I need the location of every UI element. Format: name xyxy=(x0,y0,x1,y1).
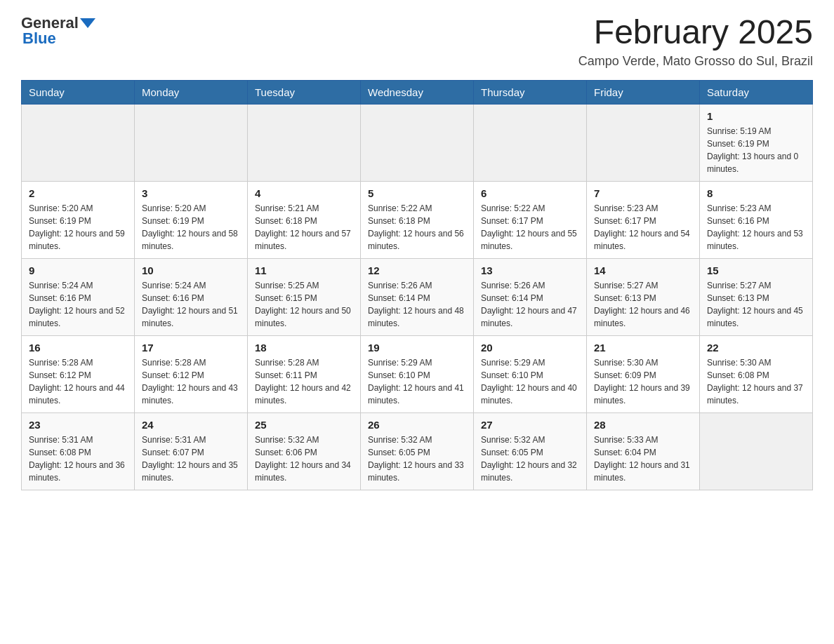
day-number: 19 xyxy=(368,342,466,354)
day-number: 20 xyxy=(481,342,579,354)
day-info: Sunrise: 5:28 AMSunset: 6:12 PMDaylight:… xyxy=(142,356,240,407)
calendar-cell: 3Sunrise: 5:20 AMSunset: 6:19 PMDaylight… xyxy=(135,181,248,258)
calendar-header-friday: Friday xyxy=(587,80,700,104)
calendar-cell: 24Sunrise: 5:31 AMSunset: 6:07 PMDayligh… xyxy=(135,412,248,490)
day-info: Sunrise: 5:21 AMSunset: 6:18 PMDaylight:… xyxy=(255,202,353,253)
calendar-cell: 23Sunrise: 5:31 AMSunset: 6:08 PMDayligh… xyxy=(22,412,135,490)
day-info: Sunrise: 5:30 AMSunset: 6:09 PMDaylight:… xyxy=(594,356,692,407)
calendar-week-row: 2Sunrise: 5:20 AMSunset: 6:19 PMDaylight… xyxy=(22,181,813,258)
day-number: 11 xyxy=(255,264,353,276)
header: General Blue February 2025 Campo Verde, … xyxy=(21,14,813,69)
day-number: 5 xyxy=(368,187,466,199)
calendar-cell: 18Sunrise: 5:28 AMSunset: 6:11 PMDayligh… xyxy=(248,335,361,412)
day-info: Sunrise: 5:20 AMSunset: 6:19 PMDaylight:… xyxy=(142,202,240,253)
day-info: Sunrise: 5:29 AMSunset: 6:10 PMDaylight:… xyxy=(481,356,579,407)
logo-text-blue: Blue xyxy=(21,29,56,48)
day-info: Sunrise: 5:25 AMSunset: 6:15 PMDaylight:… xyxy=(255,279,353,330)
calendar-cell xyxy=(361,104,474,181)
calendar-cell: 1Sunrise: 5:19 AMSunset: 6:19 PMDaylight… xyxy=(700,104,813,181)
day-number: 9 xyxy=(29,264,127,276)
day-info: Sunrise: 5:31 AMSunset: 6:07 PMDaylight:… xyxy=(142,434,240,484)
day-number: 14 xyxy=(594,264,692,276)
calendar-header-wednesday: Wednesday xyxy=(361,80,474,104)
calendar-header-monday: Monday xyxy=(135,80,248,104)
day-number: 21 xyxy=(594,342,692,354)
day-info: Sunrise: 5:24 AMSunset: 6:16 PMDaylight:… xyxy=(29,279,127,330)
day-number: 15 xyxy=(707,264,805,276)
day-info: Sunrise: 5:28 AMSunset: 6:11 PMDaylight:… xyxy=(255,356,353,407)
calendar-cell: 15Sunrise: 5:27 AMSunset: 6:13 PMDayligh… xyxy=(700,258,813,335)
calendar-cell xyxy=(587,104,700,181)
day-number: 25 xyxy=(255,419,353,431)
day-info: Sunrise: 5:23 AMSunset: 6:16 PMDaylight:… xyxy=(707,202,805,253)
day-info: Sunrise: 5:26 AMSunset: 6:14 PMDaylight:… xyxy=(368,279,466,330)
calendar-header-thursday: Thursday xyxy=(474,80,587,104)
calendar-cell: 16Sunrise: 5:28 AMSunset: 6:12 PMDayligh… xyxy=(22,335,135,412)
calendar-header-sunday: Sunday xyxy=(22,80,135,104)
calendar-cell xyxy=(22,104,135,181)
calendar-cell: 10Sunrise: 5:24 AMSunset: 6:16 PMDayligh… xyxy=(135,258,248,335)
day-number: 6 xyxy=(481,187,579,199)
day-info: Sunrise: 5:31 AMSunset: 6:08 PMDaylight:… xyxy=(29,434,127,484)
day-info: Sunrise: 5:20 AMSunset: 6:19 PMDaylight:… xyxy=(29,202,127,253)
calendar-cell: 27Sunrise: 5:32 AMSunset: 6:05 PMDayligh… xyxy=(474,412,587,490)
day-info: Sunrise: 5:32 AMSunset: 6:05 PMDaylight:… xyxy=(481,434,579,484)
calendar-cell: 8Sunrise: 5:23 AMSunset: 6:16 PMDaylight… xyxy=(700,181,813,258)
day-number: 13 xyxy=(481,264,579,276)
day-number: 18 xyxy=(255,342,353,354)
calendar-header-saturday: Saturday xyxy=(700,80,813,104)
day-info: Sunrise: 5:24 AMSunset: 6:16 PMDaylight:… xyxy=(142,279,240,330)
day-info: Sunrise: 5:33 AMSunset: 6:04 PMDaylight:… xyxy=(594,434,692,484)
calendar-cell: 13Sunrise: 5:26 AMSunset: 6:14 PMDayligh… xyxy=(474,258,587,335)
day-number: 16 xyxy=(29,342,127,354)
calendar-cell: 5Sunrise: 5:22 AMSunset: 6:18 PMDaylight… xyxy=(361,181,474,258)
day-info: Sunrise: 5:22 AMSunset: 6:18 PMDaylight:… xyxy=(368,202,466,253)
day-info: Sunrise: 5:32 AMSunset: 6:06 PMDaylight:… xyxy=(255,434,353,484)
calendar-cell: 4Sunrise: 5:21 AMSunset: 6:18 PMDaylight… xyxy=(248,181,361,258)
day-number: 1 xyxy=(707,110,805,122)
day-info: Sunrise: 5:28 AMSunset: 6:12 PMDaylight:… xyxy=(29,356,127,407)
calendar-cell xyxy=(135,104,248,181)
day-number: 7 xyxy=(594,187,692,199)
calendar-cell: 7Sunrise: 5:23 AMSunset: 6:17 PMDaylight… xyxy=(587,181,700,258)
calendar-cell xyxy=(248,104,361,181)
day-info: Sunrise: 5:29 AMSunset: 6:10 PMDaylight:… xyxy=(368,356,466,407)
logo: General Blue xyxy=(21,14,95,48)
day-number: 24 xyxy=(142,419,240,431)
calendar-cell: 25Sunrise: 5:32 AMSunset: 6:06 PMDayligh… xyxy=(248,412,361,490)
day-number: 12 xyxy=(368,264,466,276)
calendar-cell xyxy=(474,104,587,181)
calendar-header-tuesday: Tuesday xyxy=(248,80,361,104)
calendar-cell: 14Sunrise: 5:27 AMSunset: 6:13 PMDayligh… xyxy=(587,258,700,335)
calendar-cell: 6Sunrise: 5:22 AMSunset: 6:17 PMDaylight… xyxy=(474,181,587,258)
day-info: Sunrise: 5:22 AMSunset: 6:17 PMDaylight:… xyxy=(481,202,579,253)
calendar-header-row: SundayMondayTuesdayWednesdayThursdayFrid… xyxy=(22,80,813,104)
day-info: Sunrise: 5:27 AMSunset: 6:13 PMDaylight:… xyxy=(707,279,805,330)
calendar-cell: 22Sunrise: 5:30 AMSunset: 6:08 PMDayligh… xyxy=(700,335,813,412)
day-number: 28 xyxy=(594,419,692,431)
calendar-week-row: 9Sunrise: 5:24 AMSunset: 6:16 PMDaylight… xyxy=(22,258,813,335)
calendar-table: SundayMondayTuesdayWednesdayThursdayFrid… xyxy=(21,80,813,490)
calendar-week-row: 23Sunrise: 5:31 AMSunset: 6:08 PMDayligh… xyxy=(22,412,813,490)
day-number: 27 xyxy=(481,419,579,431)
calendar-cell: 2Sunrise: 5:20 AMSunset: 6:19 PMDaylight… xyxy=(22,181,135,258)
day-info: Sunrise: 5:32 AMSunset: 6:05 PMDaylight:… xyxy=(368,434,466,484)
calendar-week-row: 16Sunrise: 5:28 AMSunset: 6:12 PMDayligh… xyxy=(22,335,813,412)
day-info: Sunrise: 5:23 AMSunset: 6:17 PMDaylight:… xyxy=(594,202,692,253)
calendar-cell: 20Sunrise: 5:29 AMSunset: 6:10 PMDayligh… xyxy=(474,335,587,412)
calendar-cell: 9Sunrise: 5:24 AMSunset: 6:16 PMDaylight… xyxy=(22,258,135,335)
calendar-cell: 21Sunrise: 5:30 AMSunset: 6:09 PMDayligh… xyxy=(587,335,700,412)
subtitle: Campo Verde, Mato Grosso do Sul, Brazil xyxy=(578,54,813,69)
calendar-week-row: 1Sunrise: 5:19 AMSunset: 6:19 PMDaylight… xyxy=(22,104,813,181)
day-number: 26 xyxy=(368,419,466,431)
calendar-cell: 28Sunrise: 5:33 AMSunset: 6:04 PMDayligh… xyxy=(587,412,700,490)
day-number: 17 xyxy=(142,342,240,354)
day-number: 23 xyxy=(29,419,127,431)
day-number: 10 xyxy=(142,264,240,276)
calendar-cell: 11Sunrise: 5:25 AMSunset: 6:15 PMDayligh… xyxy=(248,258,361,335)
calendar-cell: 17Sunrise: 5:28 AMSunset: 6:12 PMDayligh… xyxy=(135,335,248,412)
day-info: Sunrise: 5:30 AMSunset: 6:08 PMDaylight:… xyxy=(707,356,805,407)
calendar-cell: 19Sunrise: 5:29 AMSunset: 6:10 PMDayligh… xyxy=(361,335,474,412)
calendar-cell: 12Sunrise: 5:26 AMSunset: 6:14 PMDayligh… xyxy=(361,258,474,335)
day-number: 3 xyxy=(142,187,240,199)
